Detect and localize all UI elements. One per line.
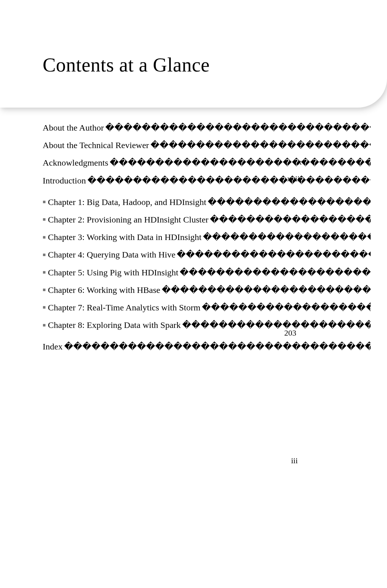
leader-dots: ����������������������������������������…	[182, 320, 371, 331]
toc-entry-chapter-8: ■ Chapter 8: Exploring Data with Spark �…	[43, 320, 371, 331]
toc-title: Chapter 1: Big Data, Hadoop, and HDInsig…	[48, 197, 206, 208]
toc-title: Chapter 6: Working with HBase	[48, 285, 160, 296]
leader-dots: ����������������������������������������…	[210, 214, 371, 225]
toc-title: Chapter 4: Querying Data with Hive	[48, 249, 175, 260]
toc-entry-chapter-3: ■ Chapter 3: Working with Data in HDInsi…	[43, 232, 371, 243]
square-bullet-icon: ■	[43, 252, 46, 258]
toc-entry-about-reviewer: About the Technical Reviewer �����������…	[43, 140, 371, 151]
page-ref-introduction: xvii	[287, 174, 300, 183]
toc-title: About the Author	[43, 122, 104, 134]
toc-entry-chapter-5: ■ Chapter 5: Using Pig with HDInsight ��…	[43, 267, 371, 278]
page-ref-index: 203	[284, 328, 296, 338]
square-bullet-icon: ■	[43, 322, 46, 329]
toc-entry-chapter-4: ■ Chapter 4: Querying Data with Hive ���…	[43, 249, 371, 260]
leader-dots: ����������������������������������������…	[180, 267, 371, 278]
square-bullet-icon: ■	[43, 287, 46, 293]
toc-entry-about-author: About the Author �����������������������…	[43, 122, 371, 134]
toc-title: About the Technical Reviewer	[43, 140, 149, 151]
square-bullet-icon: ■	[43, 269, 46, 276]
front-matter-section: About the Author �����������������������…	[43, 122, 371, 186]
toc-entry-chapter-6: ■ Chapter 6: Working with HBase ��������…	[43, 285, 371, 296]
header-box: Contents at a Glance	[0, 0, 387, 108]
toc-title: Chapter 8: Exploring Data with Spark	[48, 320, 181, 331]
toc-entry-index: Index ����������������������������������…	[43, 341, 371, 352]
page-ref-acknowledgments: xv	[298, 157, 306, 167]
leader-dots: ����������������������������������������…	[150, 140, 371, 151]
leader-dots: ����������������������������������������…	[177, 249, 371, 260]
leader-dots: ����������������������������������������…	[162, 285, 371, 296]
square-bullet-icon: ■	[43, 234, 46, 241]
toc-entry-introduction: Introduction ���������������������������…	[43, 175, 371, 186]
toc-entry-chapter-1: ■ Chapter 1: Big Data, Hadoop, and HDIns…	[43, 197, 371, 208]
toc-title: Acknowledgments	[43, 157, 108, 169]
leader-dots: ����������������������������������������…	[105, 122, 371, 134]
toc-title: Chapter 5: Using Pig with HDInsight	[48, 267, 178, 278]
leader-dots: ����������������������������������������…	[64, 341, 371, 352]
leader-dots: ����������������������������������������…	[87, 175, 371, 186]
page-number: iii	[291, 456, 298, 465]
square-bullet-icon: ■	[43, 304, 46, 311]
square-bullet-icon: ■	[43, 199, 46, 205]
toc-title: Chapter 2: Provisioning an HDInsight Clu…	[48, 214, 208, 225]
toc-title: Chapter 7: Real-Time Analytics with Stor…	[48, 302, 200, 313]
chapters-section: ■ Chapter 1: Big Data, Hadoop, and HDIns…	[43, 197, 371, 331]
toc-content: About the Author �����������������������…	[43, 122, 371, 359]
leader-dots: ����������������������������������������…	[110, 157, 371, 169]
leader-dots: ����������������������������������������…	[208, 197, 371, 208]
square-bullet-icon: ■	[43, 216, 46, 223]
toc-title: Chapter 3: Working with Data in HDInsigh…	[48, 232, 202, 243]
leader-dots: ����������������������������������������…	[203, 232, 371, 243]
toc-title: Index	[43, 341, 63, 352]
toc-title: Introduction	[43, 175, 86, 186]
toc-entry-acknowledgments: Acknowledgments ������������������������…	[43, 157, 371, 169]
page-title: Contents at a Glance	[43, 54, 210, 76]
back-matter-section: Index ����������������������������������…	[43, 341, 371, 352]
leader-dots: ����������������������������������������…	[202, 302, 371, 313]
toc-entry-chapter-2: ■ Chapter 2: Provisioning an HDInsight C…	[43, 214, 371, 225]
toc-entry-chapter-7: ■ Chapter 7: Real-Time Analytics with St…	[43, 302, 371, 313]
